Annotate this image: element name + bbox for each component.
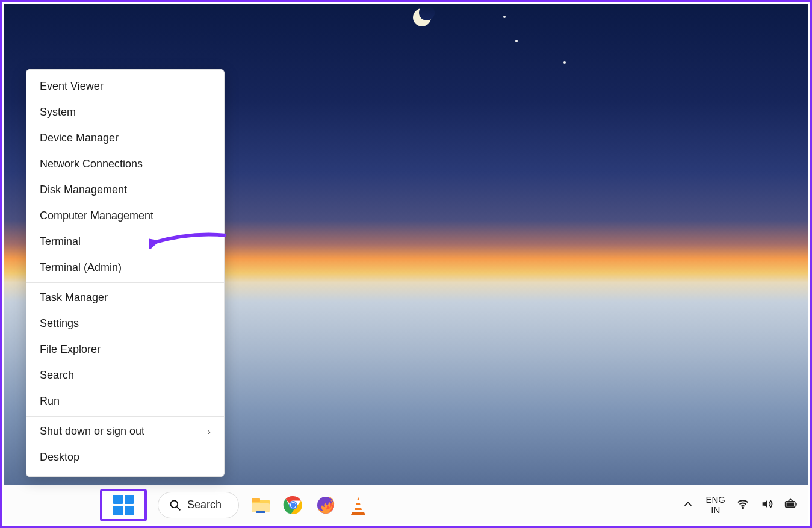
- volume-icon[interactable]: [760, 497, 773, 513]
- menu-item-computer-management[interactable]: Computer Management: [26, 203, 224, 229]
- menu-item-label: Event Viewer: [40, 80, 104, 93]
- menu-item-disk-management[interactable]: Disk Management: [26, 177, 224, 203]
- menu-item-event-viewer[interactable]: Event Viewer: [26, 73, 224, 99]
- taskbar-search-label: Search: [187, 498, 222, 511]
- menu-separator: [26, 282, 224, 283]
- taskbar-app-file-explorer[interactable]: [250, 494, 271, 516]
- svg-rect-3: [252, 498, 260, 502]
- menu-item-label: Settings: [40, 317, 79, 330]
- language-indicator[interactable]: ENG IN: [705, 495, 725, 515]
- menu-item-label: Task Manager: [40, 291, 108, 304]
- chevron-right-icon: ›: [208, 426, 211, 436]
- language-bottom: IN: [705, 505, 725, 515]
- taskbar-app-vlc[interactable]: [347, 494, 369, 516]
- taskbar-search[interactable]: Search: [158, 492, 239, 518]
- menu-item-file-explorer[interactable]: File Explorer: [26, 337, 224, 362]
- windows-logo-icon: [113, 495, 134, 515]
- menu-item-network-connections[interactable]: Network Connections: [26, 151, 224, 177]
- menu-item-label: Computer Management: [40, 210, 153, 222]
- menu-item-device-manager[interactable]: Device Manager: [26, 125, 224, 151]
- svg-rect-5: [256, 511, 265, 513]
- menu-item-label: Search: [40, 369, 74, 382]
- menu-item-label: Terminal: [40, 235, 81, 248]
- star-graphic: [515, 40, 518, 42]
- menu-item-system[interactable]: System: [26, 99, 224, 125]
- menu-item-shutdown-signout[interactable]: Shut down or sign out›: [26, 418, 224, 444]
- svg-point-0: [171, 500, 178, 508]
- battery-icon[interactable]: [784, 497, 798, 513]
- start-button[interactable]: [100, 489, 147, 521]
- winx-context-menu: Event ViewerSystemDevice ManagerNetwork …: [26, 69, 225, 477]
- menu-item-settings[interactable]: Settings: [26, 311, 224, 337]
- menu-item-run[interactable]: Run: [26, 388, 224, 414]
- svg-line-1: [177, 506, 180, 509]
- taskbar: Search: [4, 485, 808, 524]
- menu-item-desktop[interactable]: Desktop: [26, 444, 224, 470]
- svg-rect-4: [252, 503, 270, 512]
- menu-item-label: System: [40, 106, 76, 119]
- svg-rect-16: [786, 502, 794, 506]
- star-graphic: [563, 61, 566, 64]
- annotation-arrow: [149, 232, 228, 249]
- tray-overflow-icon[interactable]: [681, 497, 695, 513]
- svg-rect-11: [356, 500, 361, 503]
- menu-separator: [26, 416, 224, 417]
- svg-rect-15: [796, 503, 797, 505]
- moon-graphic: [413, 8, 431, 26]
- menu-item-label: Network Connections: [40, 158, 143, 170]
- menu-item-terminal-admin[interactable]: Terminal (Admin): [26, 255, 224, 281]
- star-graphic: [503, 16, 506, 18]
- menu-item-task-manager[interactable]: Task Manager: [26, 285, 224, 311]
- svg-point-9: [291, 502, 296, 507]
- menu-item-label: Desktop: [40, 451, 79, 464]
- search-icon: [169, 499, 181, 511]
- wifi-icon[interactable]: [736, 497, 749, 513]
- menu-item-label: Terminal (Admin): [40, 261, 122, 274]
- taskbar-app-firefox[interactable]: [315, 494, 336, 516]
- taskbar-app-chrome[interactable]: [282, 494, 304, 516]
- language-top: ENG: [705, 495, 725, 505]
- menu-item-label: Run: [40, 395, 60, 408]
- menu-item-label: Device Manager: [40, 132, 119, 144]
- menu-item-label: Shut down or sign out: [40, 425, 144, 438]
- svg-rect-12: [355, 505, 362, 508]
- svg-point-13: [742, 507, 743, 508]
- menu-item-label: Disk Management: [40, 184, 127, 196]
- menu-item-label: File Explorer: [40, 343, 101, 356]
- menu-item-search[interactable]: Search: [26, 362, 224, 388]
